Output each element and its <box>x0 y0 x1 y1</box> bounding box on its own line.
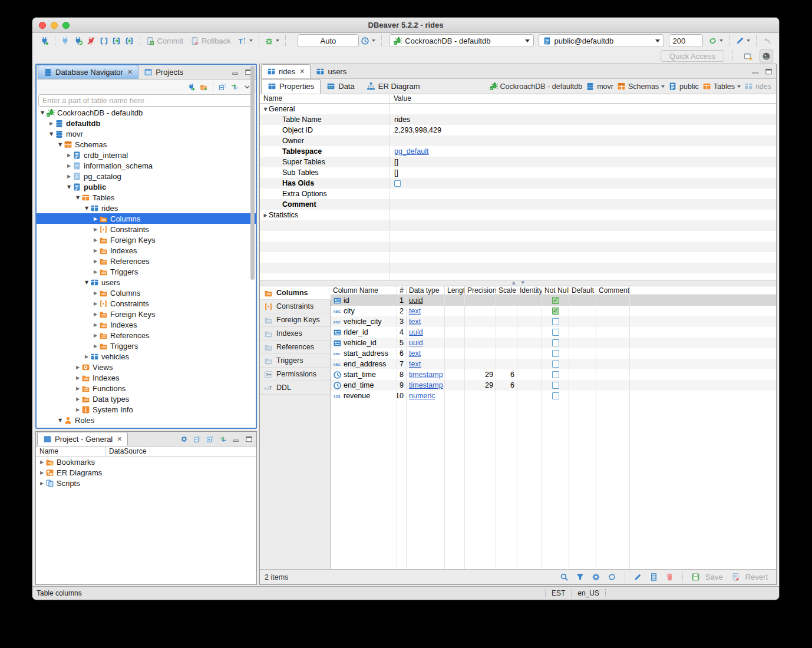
editor-tab-users[interactable]: users <box>311 64 352 78</box>
tree-item-cockroachdb-defaultdb[interactable]: ▼CockroachDB - defaultdb <box>37 107 256 118</box>
property-value[interactable]: pg_default <box>390 146 776 157</box>
tree-item-references[interactable]: ▶References <box>37 330 256 340</box>
tree-item-data-types[interactable]: ▶Data types <box>37 394 256 404</box>
property-value[interactable]: [] <box>390 157 776 167</box>
object-tab-foreign-keys[interactable]: Foreign Keys <box>260 313 330 327</box>
search-icon[interactable] <box>557 571 571 584</box>
tree-item-movr[interactable]: ▼movr <box>37 128 256 139</box>
tree-item-public[interactable]: ▼public <box>37 181 256 192</box>
delete-icon[interactable] <box>663 571 676 584</box>
tree-item-constraints[interactable]: ▶Constraints <box>37 298 256 309</box>
expanded-arrow-icon[interactable]: ▼ <box>65 184 72 190</box>
tree-item-columns[interactable]: ▶Columns <box>37 287 256 298</box>
not-null-checkbox[interactable] <box>552 318 559 325</box>
object-tab-ddl[interactable]: <>TDDL <box>260 381 330 395</box>
collapsed-arrow-icon[interactable]: ▶ <box>92 312 99 317</box>
column-header-datasource[interactable]: DataSource <box>105 447 150 456</box>
column-header-scale[interactable]: Scale <box>496 286 517 295</box>
maximize-view-icon[interactable] <box>244 434 254 444</box>
tree-item-functions[interactable]: ▶Functions <box>37 383 256 394</box>
link-with-editor-icon[interactable] <box>218 434 228 444</box>
data-type-link[interactable]: uuid <box>409 296 423 305</box>
project-item-bookmarks[interactable]: ▶Bookmarks <box>36 457 256 467</box>
not-null-checkbox[interactable] <box>552 339 559 346</box>
breadcrumb-tables[interactable]: Tables <box>702 82 741 91</box>
new-sql-editor-icon[interactable] <box>123 34 136 47</box>
refresh-icon[interactable] <box>707 34 719 47</box>
rollback-label[interactable]: Rollback <box>202 37 231 45</box>
reconnect-icon[interactable] <box>72 34 85 47</box>
tab-database-navigator[interactable]: Database Navigator ✕ <box>38 65 138 79</box>
sql-editor-icon[interactable] <box>97 34 110 47</box>
column-row-city[interactable]: ABCcity2text <box>331 306 776 316</box>
tree-item-schemas[interactable]: ▼Schemas <box>37 139 256 150</box>
has-oids-checkbox[interactable] <box>394 180 401 187</box>
transaction-mode-dropdown-icon[interactable] <box>249 39 253 42</box>
object-tab-constraints[interactable]: Constraints <box>260 300 330 313</box>
tree-item-tables[interactable]: ▼Tables <box>37 192 256 203</box>
revert-icon[interactable] <box>729 571 742 584</box>
data-type-link[interactable]: text <box>409 318 421 326</box>
expanded-arrow-icon[interactable]: ▼ <box>57 142 64 147</box>
not-null-checkbox[interactable] <box>552 361 559 368</box>
property-row-comment[interactable]: Comment <box>260 199 776 210</box>
column-row-start_time[interactable]: start_time8timestamp296 <box>331 369 776 380</box>
collapsed-arrow-icon[interactable]: ▶ <box>38 481 45 486</box>
property-row-table-name[interactable]: Table Namerides <box>260 114 776 125</box>
collapse-all-icon[interactable] <box>217 82 227 91</box>
settings-gear-icon[interactable] <box>179 434 189 444</box>
collapsed-arrow-icon[interactable]: ▶ <box>92 216 99 221</box>
revert-label[interactable]: Revert <box>745 573 768 581</box>
object-tab-references[interactable]: References <box>260 340 330 354</box>
breadcrumb-movr[interactable]: movr <box>586 82 613 91</box>
column-row-id[interactable]: id1uuid <box>331 295 776 306</box>
collapsed-arrow-icon[interactable]: ▶ <box>74 365 81 370</box>
property-value[interactable] <box>390 135 776 146</box>
navigator-scrollbar[interactable] <box>250 66 255 381</box>
debug-icon[interactable] <box>263 34 276 47</box>
fetch-size-input[interactable] <box>669 34 703 47</box>
collapse-all-icon[interactable] <box>192 434 202 444</box>
tree-item-references[interactable]: ▶References <box>37 256 256 266</box>
column-header-name[interactable]: Name <box>36 447 105 456</box>
close-icon[interactable]: ✕ <box>299 68 305 75</box>
breadcrumb-schemas[interactable]: Schemas <box>617 82 665 91</box>
close-window-button[interactable] <box>39 22 46 29</box>
connection-combo[interactable]: CockroachDB - defaultdb <box>389 34 533 47</box>
new-connection-icon[interactable] <box>38 34 51 47</box>
collapsed-arrow-icon[interactable]: ▶ <box>92 290 99 296</box>
collapsed-arrow-icon[interactable]: ▶ <box>92 333 99 338</box>
property-row-general[interactable]: ▼General <box>260 104 776 114</box>
property-row-sub-tables[interactable]: Sub Tables[] <box>260 167 776 178</box>
splitter-sash[interactable]: ▲ ▼ <box>260 280 776 286</box>
collapsed-arrow-icon[interactable]: ▶ <box>65 163 72 168</box>
collapsed-arrow-icon[interactable]: ▶ <box>92 343 99 349</box>
tab-er-diagram[interactable]: ER Diagram <box>361 79 426 94</box>
tree-item-triggers[interactable]: ▶Triggers <box>37 266 256 277</box>
editor-tab-rides[interactable]: rides ✕ <box>261 64 311 78</box>
tree-item-constraints[interactable]: ▶Constraints <box>37 224 256 234</box>
new-connection-icon[interactable] <box>186 82 196 91</box>
connection-combo-arrow-icon[interactable] <box>525 39 530 42</box>
transaction-mode-icon[interactable]: T <box>236 34 249 47</box>
data-type-link[interactable]: numeric <box>409 392 435 400</box>
project-item-er-diagrams[interactable]: ▶ER Diagrams <box>36 467 256 478</box>
tree-item-vehicles[interactable]: ▶vehicles <box>37 351 256 362</box>
column-header-column-name[interactable]: Column Name <box>331 286 397 295</box>
object-tab-columns[interactable]: Columns <box>260 286 331 300</box>
tree-item-crdb-internal[interactable]: ▶crdb_internal <box>37 150 256 160</box>
connect-icon[interactable] <box>59 34 72 47</box>
property-value[interactable]: 2,293,998,429 <box>390 125 776 135</box>
expanded-arrow-icon[interactable]: ▼ <box>262 107 269 112</box>
new-folder-icon[interactable] <box>199 82 209 91</box>
collapsed-arrow-icon[interactable]: ▶ <box>262 213 269 218</box>
tree-item-indexes[interactable]: ▶Indexes <box>37 245 256 256</box>
rollback-icon[interactable] <box>188 34 201 47</box>
maximize-view-icon[interactable] <box>764 67 774 76</box>
auto-commit-combo[interactable]: Auto <box>298 34 358 47</box>
save-label[interactable]: Save <box>705 573 723 581</box>
refresh-dropdown-icon[interactable] <box>719 39 723 42</box>
collapsed-arrow-icon[interactable]: ▶ <box>74 396 81 402</box>
not-null-checkbox[interactable] <box>552 392 559 399</box>
property-row-object-id[interactable]: Object ID2,293,998,429 <box>260 125 776 135</box>
